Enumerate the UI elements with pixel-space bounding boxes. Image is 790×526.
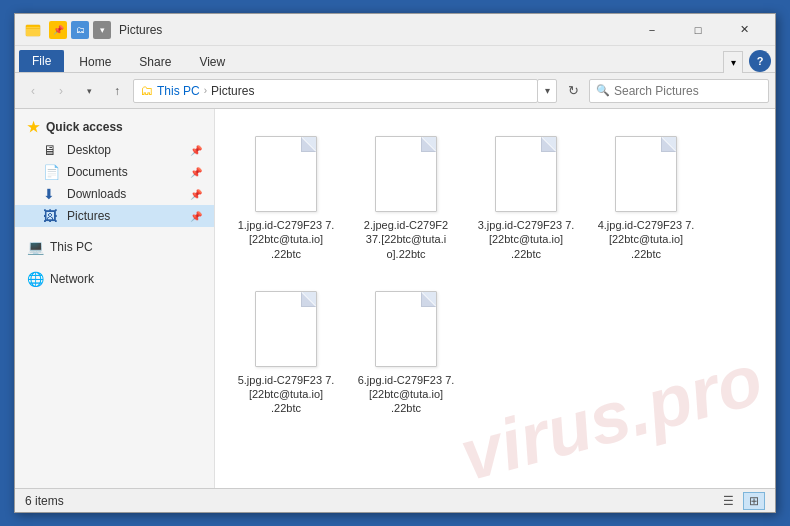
pin-icon-downloads: 📌: [190, 189, 202, 200]
pin-icon-desktop: 📌: [190, 145, 202, 156]
breadcrumb-thispc[interactable]: This PC: [157, 84, 200, 98]
star-icon: ★: [27, 119, 40, 135]
tab-file[interactable]: File: [19, 50, 64, 72]
tab-share[interactable]: Share: [126, 51, 184, 72]
file-item-1[interactable]: 1.jpg.id-C279F23 7.[22btc@tuta.io] .22bt…: [231, 125, 341, 270]
breadcrumb: 🗂 This PC › Pictures: [133, 79, 538, 103]
file-icon-1: [251, 134, 321, 214]
address-bar: ‹ › ▾ ↑ 🗂 This PC › Pictures ▾ ↻ 🔍: [15, 73, 775, 109]
quick-settings-bar: 📌 🗂 ▾: [49, 21, 111, 39]
sidebar-item-network[interactable]: 🌐 Network: [15, 267, 214, 291]
sidebar-item-downloads[interactable]: ⬇ Downloads 📌: [15, 183, 214, 205]
view-toggle-buttons: ☰ ⊞: [717, 492, 765, 510]
maximize-button[interactable]: □: [675, 14, 721, 46]
sidebar-item-desktop-label: Desktop: [67, 143, 182, 157]
recent-locations-button[interactable]: ▾: [77, 79, 101, 103]
file-icon-2: [371, 134, 441, 214]
window-controls: − □ ✕: [629, 14, 767, 46]
downloads-icon: ⬇: [43, 186, 59, 202]
ribbon-tabs: File Home Share View ▾ ?: [15, 46, 775, 72]
minimize-button[interactable]: −: [629, 14, 675, 46]
file-item-3[interactable]: 3.jpg.id-C279F23 7.[22btc@tuta.io] .22bt…: [471, 125, 581, 270]
item-count: 6 items: [25, 494, 64, 508]
window-icon: [23, 20, 43, 40]
tab-view[interactable]: View: [186, 51, 238, 72]
breadcrumb-separator-1: ›: [204, 85, 207, 96]
file-explorer-window: 📌 🗂 ▾ Pictures − □ ✕ File Home Share Vie…: [14, 13, 776, 513]
quick-access-header[interactable]: ★ Quick access: [15, 113, 214, 139]
ribbon: File Home Share View ▾ ?: [15, 46, 775, 73]
up-button[interactable]: ↑: [105, 79, 129, 103]
forward-button[interactable]: ›: [49, 79, 73, 103]
sidebar-separator-2: [15, 259, 214, 267]
files-grid: 1.jpg.id-C279F23 7.[22btc@tuta.io] .22bt…: [215, 109, 775, 441]
documents-icon: 📄: [43, 164, 59, 180]
sidebar-item-thispc[interactable]: 💻 This PC: [15, 235, 214, 259]
pin-icon-documents: 📌: [190, 167, 202, 178]
file-icon-4: [611, 134, 681, 214]
sidebar-separator-1: [15, 227, 214, 235]
sidebar-item-desktop[interactable]: 🖥 Desktop 📌: [15, 139, 214, 161]
file-item-6[interactable]: 6.jpg.id-C279F23 7.[22btc@tuta.io] .22bt…: [351, 280, 461, 425]
list-view-button[interactable]: ☰: [717, 492, 739, 510]
file-icon-6: [371, 289, 441, 369]
file-name-5: 5.jpg.id-C279F23 7.[22btc@tuta.io] .22bt…: [236, 373, 336, 416]
sidebar-item-documents-label: Documents: [67, 165, 182, 179]
search-box: 🔍: [589, 79, 769, 103]
qs-arrow-btn[interactable]: ▾: [93, 21, 111, 39]
file-name-6: 6.jpg.id-C279F23 7.[22btc@tuta.io] .22bt…: [356, 373, 456, 416]
file-icon-3: [491, 134, 561, 214]
breadcrumb-pictures[interactable]: Pictures: [211, 84, 254, 98]
status-bar: 6 items ☰ ⊞: [15, 488, 775, 512]
refresh-button[interactable]: ↻: [561, 79, 585, 103]
close-button[interactable]: ✕: [721, 14, 767, 46]
search-icon: 🔍: [596, 84, 610, 97]
qs-pin-btn[interactable]: 📌: [49, 21, 67, 39]
qs-folder-btn[interactable]: 🗂: [71, 21, 89, 39]
svg-rect-2: [26, 28, 40, 29]
sidebar-item-documents[interactable]: 📄 Documents 📌: [15, 161, 214, 183]
search-input[interactable]: [614, 84, 762, 98]
desktop-icon: 🖥: [43, 142, 59, 158]
back-button[interactable]: ‹: [21, 79, 45, 103]
grid-view-button[interactable]: ⊞: [743, 492, 765, 510]
file-item-2[interactable]: 2.jpeg.id-C279F2 37.[22btc@tuta.i o].22b…: [351, 125, 461, 270]
ribbon-collapse-btn[interactable]: ▾: [723, 51, 743, 73]
content-area: virus.pro 1.jpg.id-C279F23 7.[22btc@tuta…: [215, 109, 775, 488]
window-title: Pictures: [119, 23, 629, 37]
file-name-4: 4.jpg.id-C279F23 7.[22btc@tuta.io] .22bt…: [596, 218, 696, 261]
main-area: ★ Quick access 🖥 Desktop 📌 📄 Documents 📌…: [15, 109, 775, 488]
file-name-1: 1.jpg.id-C279F23 7.[22btc@tuta.io] .22bt…: [236, 218, 336, 261]
sidebar-thispc-label: This PC: [50, 240, 93, 254]
file-item-4[interactable]: 4.jpg.id-C279F23 7.[22btc@tuta.io] .22bt…: [591, 125, 701, 270]
thispc-icon: 💻: [27, 239, 44, 255]
file-name-2: 2.jpeg.id-C279F2 37.[22btc@tuta.i o].22b…: [356, 218, 456, 261]
address-dropdown-button[interactable]: ▾: [537, 79, 557, 103]
quick-access-label: Quick access: [46, 120, 123, 134]
help-button[interactable]: ?: [749, 50, 771, 72]
file-item-5[interactable]: 5.jpg.id-C279F23 7.[22btc@tuta.io] .22bt…: [231, 280, 341, 425]
sidebar-item-pictures[interactable]: 🖼 Pictures 📌: [15, 205, 214, 227]
file-name-3: 3.jpg.id-C279F23 7.[22btc@tuta.io] .22bt…: [476, 218, 576, 261]
sidebar: ★ Quick access 🖥 Desktop 📌 📄 Documents 📌…: [15, 109, 215, 488]
breadcrumb-folder-icon: 🗂: [140, 83, 153, 98]
tab-home[interactable]: Home: [66, 51, 124, 72]
pin-icon-pictures: 📌: [190, 211, 202, 222]
pictures-icon: 🖼: [43, 208, 59, 224]
title-bar: 📌 🗂 ▾ Pictures − □ ✕: [15, 14, 775, 46]
sidebar-network-label: Network: [50, 272, 94, 286]
sidebar-item-pictures-label: Pictures: [67, 209, 182, 223]
file-icon-5: [251, 289, 321, 369]
sidebar-item-downloads-label: Downloads: [67, 187, 182, 201]
network-icon: 🌐: [27, 271, 44, 287]
